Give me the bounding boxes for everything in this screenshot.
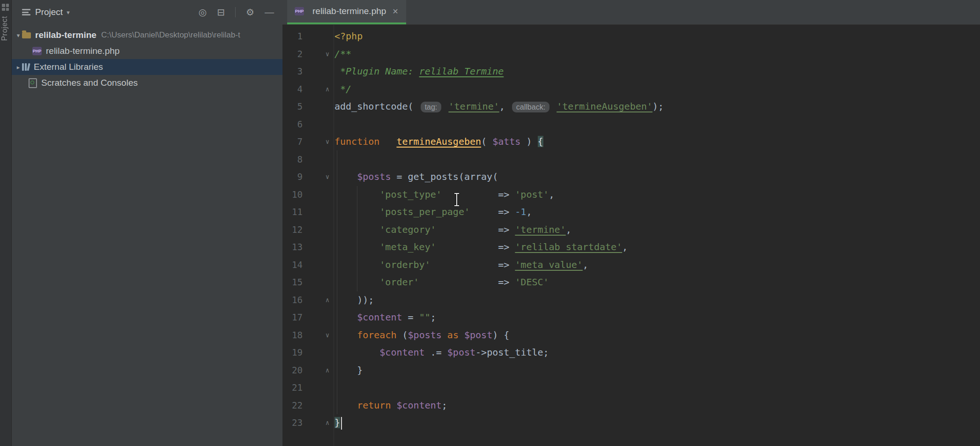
line-number: 11	[292, 207, 303, 217]
tree-item-project-root[interactable]: ▾ relilab-termine C:\Users\Daniel\Deskto…	[12, 27, 282, 43]
main-menu-icon[interactable]	[2, 4, 9, 11]
gutter-line[interactable]: 18∨	[282, 327, 334, 344]
gutter-line[interactable]: 17	[282, 309, 334, 327]
line-number: 20	[292, 365, 303, 375]
code-line[interactable]: function termineAusgeben( $atts ) {	[334, 133, 980, 151]
tree-item-php-file[interactable]: PHP relilab-termine.php	[12, 43, 282, 59]
indent-guide	[357, 186, 357, 291]
tool-window-stripe: Project	[0, 0, 12, 446]
project-tree: ▾ relilab-termine C:\Users\Daniel\Deskto…	[12, 24, 282, 91]
chevron-right-icon[interactable]: ▸	[15, 64, 22, 71]
code-line[interactable]: /**	[334, 45, 980, 63]
tab-label: relilab-termine.php	[312, 6, 386, 16]
php-file-icon: PHP	[295, 7, 304, 15]
line-number: 15	[292, 277, 303, 287]
gutter-line[interactable]: 1	[282, 28, 334, 45]
code-line[interactable]	[334, 151, 980, 169]
php-file-icon: PHP	[32, 47, 42, 55]
code-line[interactable]: $content .= $post->post_title;	[334, 344, 980, 362]
line-number: 18	[292, 330, 303, 340]
project-panel-header: Project ▾ ◎ ⊟ ⚙ —	[12, 0, 282, 24]
close-icon[interactable]: ✕	[392, 7, 398, 16]
gutter-line[interactable]: 2∨	[282, 45, 334, 63]
gutter-line[interactable]: 21	[282, 379, 334, 397]
fold-toggle-icon[interactable]: ∧	[323, 291, 332, 309]
code-line[interactable]: *Plugin Name: relilab Termine	[334, 63, 980, 81]
fold-toggle-icon[interactable]: ∨	[323, 45, 332, 63]
folder-icon	[22, 32, 31, 38]
line-number: 21	[292, 382, 303, 393]
collapse-all-icon[interactable]: ⊟	[217, 7, 225, 17]
code-line[interactable]: $posts = get_posts(array(	[334, 168, 980, 186]
line-number: 17	[292, 312, 303, 322]
line-number: 8	[297, 154, 303, 164]
code-line[interactable]: <?php	[334, 28, 980, 45]
project-view-icon	[22, 9, 30, 15]
gutter-line[interactable]: 6	[282, 116, 334, 134]
code-line[interactable]: add_shortcode( tag: 'termine', callback:…	[334, 98, 980, 116]
code-line[interactable]: }	[334, 362, 980, 379]
code-line[interactable]: 'post_type' => 'post',	[334, 186, 980, 204]
tab-relilab-termine-php[interactable]: PHP relilab-termine.php ✕	[287, 0, 406, 24]
scratches-icon	[29, 78, 37, 88]
gutter-line[interactable]: 11	[282, 203, 334, 221]
gutter-line[interactable]: 12	[282, 221, 334, 239]
gutter-line[interactable]: 5	[282, 98, 334, 116]
fold-toggle-icon[interactable]: ∧	[323, 81, 332, 98]
fold-toggle-icon[interactable]: ∧	[323, 414, 332, 432]
fold-toggle-icon[interactable]: ∧	[323, 362, 332, 379]
code-line[interactable]: return $content;	[334, 397, 980, 415]
indent-guide	[337, 150, 337, 414]
code-line[interactable]: */	[334, 81, 980, 98]
fold-toggle-icon[interactable]: ∨	[323, 168, 332, 186]
gutter-line[interactable]: 23∧	[282, 414, 334, 432]
line-number: 3	[297, 66, 303, 76]
code-line[interactable]: 'orderby' => 'meta_value',	[334, 256, 980, 274]
code-line[interactable]: 'meta_key' => 'relilab_startdate',	[334, 238, 980, 256]
code-line[interactable]: }	[334, 414, 980, 432]
parameter-hint: callback:	[512, 102, 549, 112]
external-libraries-label: External Libraries	[34, 62, 103, 72]
fold-toggle-icon[interactable]: ∨	[323, 327, 332, 344]
code-line[interactable]: 'order' => 'DESC'	[334, 274, 980, 291]
code-line[interactable]	[334, 116, 980, 134]
project-panel-title[interactable]: Project	[35, 7, 63, 17]
gutter-line[interactable]: 19	[282, 344, 334, 362]
locate-file-icon[interactable]: ◎	[199, 7, 207, 17]
line-number: 2	[297, 49, 303, 59]
chevron-down-icon[interactable]: ▾	[67, 9, 70, 16]
gutter-line[interactable]: 16∧	[282, 291, 334, 309]
project-stripe-button[interactable]: Project	[0, 16, 9, 41]
gutter-line[interactable]: 14	[282, 256, 334, 274]
gutter-line[interactable]: 8	[282, 151, 334, 169]
gutter-line[interactable]: 10	[282, 186, 334, 204]
code-line[interactable]: 'category' => 'termine',	[334, 221, 980, 239]
gutter-line[interactable]: 20∧	[282, 362, 334, 379]
gutter-line[interactable]: 4∧	[282, 81, 334, 98]
gutter-line[interactable]: 7∨	[282, 133, 334, 151]
libraries-icon	[22, 63, 30, 71]
code-line[interactable]	[334, 379, 980, 397]
gutter-line[interactable]: 13	[282, 238, 334, 256]
tree-item-external-libraries[interactable]: ▸ External Libraries	[12, 59, 282, 75]
editor-tab-bar: PHP relilab-termine.php ✕	[282, 0, 980, 25]
code-line[interactable]: ));	[334, 291, 980, 309]
chevron-down-icon[interactable]: ▾	[15, 32, 22, 39]
fold-toggle-icon[interactable]: ∨	[323, 133, 332, 151]
code-editor[interactable]: <?php/** *Plugin Name: relilab Termine *…	[334, 25, 980, 446]
gutter-line[interactable]: 15	[282, 274, 334, 291]
php-file-label: relilab-termine.php	[46, 46, 119, 56]
line-number: 13	[292, 242, 303, 252]
gutter-line[interactable]: 22	[282, 397, 334, 415]
code-line[interactable]: $content = "";	[334, 309, 980, 327]
line-number: 5	[297, 101, 303, 112]
line-number: 1	[297, 31, 303, 41]
line-number: 9	[297, 171, 303, 182]
code-line[interactable]: foreach ($posts as $post) {	[334, 327, 980, 344]
tree-item-scratches[interactable]: Scratches and Consoles	[12, 75, 282, 91]
code-line[interactable]: 'posts_per_page' => -1,	[334, 203, 980, 221]
gutter-line[interactable]: 9∨	[282, 168, 334, 186]
gutter-line[interactable]: 3	[282, 63, 334, 81]
hide-panel-icon[interactable]: —	[265, 7, 274, 17]
settings-gear-icon[interactable]: ⚙	[246, 7, 254, 17]
